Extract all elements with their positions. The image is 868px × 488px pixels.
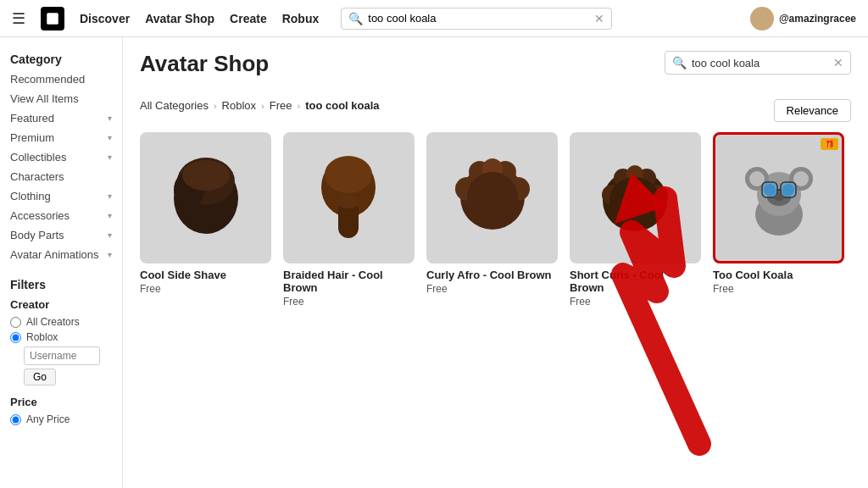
hamburger-icon[interactable]: ☰ bbox=[12, 9, 25, 28]
roblox-creator-radio[interactable] bbox=[10, 332, 21, 343]
nav-links: Discover Avatar Shop Create Robux bbox=[80, 12, 319, 25]
chevron-featured-icon: ▾ bbox=[108, 114, 112, 123]
product-name-1: Cool Side Shave bbox=[140, 269, 271, 281]
breadcrumb-sep-3: › bbox=[297, 101, 300, 111]
product-card-4[interactable]: Short Curls - Cool Brown Free bbox=[570, 132, 701, 308]
koala-svg bbox=[737, 153, 821, 242]
product-name-3: Curly Afro - Cool Brown bbox=[426, 269, 558, 281]
product-image-4 bbox=[570, 132, 701, 263]
creator-roblox-option[interactable]: Roblox bbox=[10, 331, 112, 343]
product-image-5: 🎁 bbox=[713, 132, 844, 263]
username-label: @amazingracee bbox=[779, 13, 856, 25]
hair-curly-svg bbox=[446, 153, 539, 242]
main-search-bar: 🔍 ✕ bbox=[665, 51, 851, 75]
product-grid: Cool Side Shave Free Braided Hair - Cool… bbox=[140, 132, 851, 308]
sidebar-item-view-all[interactable]: View All Items bbox=[0, 89, 122, 108]
svg-point-8 bbox=[337, 195, 360, 208]
chevron-premium-icon: ▾ bbox=[108, 133, 112, 142]
sidebar: Category Recommended View All Items Feat… bbox=[0, 37, 123, 488]
product-price-1: Free bbox=[140, 283, 271, 295]
breadcrumb-all-categories[interactable]: All Categories bbox=[140, 99, 209, 112]
koala-badge: 🎁 bbox=[821, 138, 838, 150]
sidebar-label-avatar-animations: Avatar Animations bbox=[10, 248, 99, 261]
top-nav: ☰ Discover Avatar Shop Create Robux 🔍 ✕ … bbox=[0, 0, 868, 37]
chevron-collectibles-icon: ▾ bbox=[108, 152, 112, 162]
nav-create[interactable]: Create bbox=[230, 12, 267, 25]
sidebar-item-clothing[interactable]: Clothing ▾ bbox=[0, 186, 122, 206]
breadcrumb-free[interactable]: Free bbox=[270, 99, 292, 112]
filters-section: Filters Creator All Creators Roblox Go P… bbox=[0, 278, 122, 425]
nav-search-input[interactable] bbox=[368, 12, 589, 25]
sidebar-label-collectibles: Collectibles bbox=[10, 151, 66, 164]
product-price-2: Free bbox=[283, 296, 415, 308]
sidebar-item-accessories[interactable]: Accessories ▾ bbox=[0, 206, 122, 225]
product-card-5[interactable]: 🎁 bbox=[713, 132, 844, 308]
any-price-radio[interactable] bbox=[10, 414, 21, 425]
svg-point-37 bbox=[774, 194, 784, 201]
sidebar-label-accessories: Accessories bbox=[10, 209, 70, 222]
svg-point-4 bbox=[182, 160, 230, 191]
chevron-avatar-animations-icon: ▾ bbox=[108, 250, 112, 259]
price-any-option[interactable]: Any Price bbox=[10, 413, 112, 425]
all-creators-radio[interactable] bbox=[10, 317, 21, 328]
page-title: Avatar Shop bbox=[140, 51, 269, 77]
hair-braided-svg bbox=[309, 149, 389, 247]
main-content: Avatar Shop 🔍 ✕ All Categories › Roblox … bbox=[123, 37, 868, 488]
username-input-wrap: Go bbox=[24, 347, 112, 385]
svg-point-15 bbox=[467, 172, 518, 223]
product-name-2: Braided Hair - Cool Brown bbox=[283, 269, 415, 294]
username-input[interactable] bbox=[24, 347, 100, 365]
product-name-5: Too Cool Koala bbox=[713, 269, 844, 281]
sidebar-item-premium[interactable]: Premium ▾ bbox=[0, 128, 122, 147]
main-search-clear-icon[interactable]: ✕ bbox=[833, 56, 843, 69]
svg-point-22 bbox=[609, 177, 660, 225]
chevron-clothing-icon: ▾ bbox=[108, 191, 112, 201]
relevance-sort-button[interactable]: Relevance bbox=[774, 99, 851, 122]
product-image-1 bbox=[140, 132, 271, 263]
breadcrumb-current: too cool koala bbox=[305, 99, 379, 112]
filters-title: Filters bbox=[10, 278, 112, 291]
product-price-3: Free bbox=[426, 283, 558, 295]
svg-rect-0 bbox=[47, 13, 58, 25]
main-layout: Category Recommended View All Items Feat… bbox=[0, 37, 868, 488]
any-price-label: Any Price bbox=[26, 413, 70, 425]
main-search-icon: 🔍 bbox=[672, 56, 687, 69]
creator-filter-title: Creator bbox=[10, 298, 112, 311]
avatar-image bbox=[750, 7, 774, 30]
breadcrumb-roblox[interactable]: Roblox bbox=[222, 99, 256, 112]
roblox-creator-label: Roblox bbox=[26, 331, 58, 343]
sidebar-item-recommended[interactable]: Recommended bbox=[0, 69, 122, 89]
product-name-4: Short Curls - Cool Brown bbox=[570, 269, 701, 294]
chevron-body-parts-icon: ▾ bbox=[108, 230, 112, 240]
chevron-accessories-icon: ▾ bbox=[108, 211, 112, 220]
main-search-input[interactable] bbox=[692, 57, 828, 69]
nav-search-clear-icon[interactable]: ✕ bbox=[594, 12, 604, 25]
roblox-logo[interactable] bbox=[41, 7, 64, 30]
breadcrumb-sep-1: › bbox=[214, 101, 217, 111]
product-card-2[interactable]: Braided Hair - Cool Brown Free bbox=[283, 132, 415, 308]
product-card-1[interactable]: Cool Side Shave Free bbox=[140, 132, 271, 308]
user-avatar-nav[interactable]: @amazingracee bbox=[750, 7, 856, 30]
hair-short-curls-svg bbox=[591, 157, 680, 240]
sidebar-item-collectibles[interactable]: Collectibles ▾ bbox=[0, 147, 122, 167]
nav-avatar-shop[interactable]: Avatar Shop bbox=[145, 12, 214, 25]
product-price-5: Free bbox=[713, 283, 844, 295]
sidebar-label-featured: Featured bbox=[10, 112, 54, 125]
svg-point-32 bbox=[764, 184, 776, 196]
svg-point-33 bbox=[782, 184, 794, 196]
sidebar-item-body-parts[interactable]: Body Parts ▾ bbox=[0, 225, 122, 245]
nav-discover[interactable]: Discover bbox=[80, 12, 130, 25]
sidebar-item-avatar-animations[interactable]: Avatar Animations ▾ bbox=[0, 245, 122, 264]
all-creators-label: All Creators bbox=[26, 316, 80, 328]
product-image-3 bbox=[426, 132, 558, 263]
creator-all-option[interactable]: All Creators bbox=[10, 316, 112, 328]
category-title: Category bbox=[0, 47, 122, 69]
sidebar-label-recommended: Recommended bbox=[10, 73, 85, 86]
nav-robux[interactable]: Robux bbox=[282, 12, 320, 25]
sidebar-item-characters[interactable]: Characters bbox=[0, 167, 122, 186]
sidebar-item-featured[interactable]: Featured ▾ bbox=[0, 108, 122, 128]
go-button[interactable]: Go bbox=[24, 369, 56, 385]
product-card-3[interactable]: Curly Afro - Cool Brown Free bbox=[426, 132, 558, 308]
sidebar-label-characters: Characters bbox=[10, 170, 64, 183]
product-image-2 bbox=[283, 132, 415, 263]
